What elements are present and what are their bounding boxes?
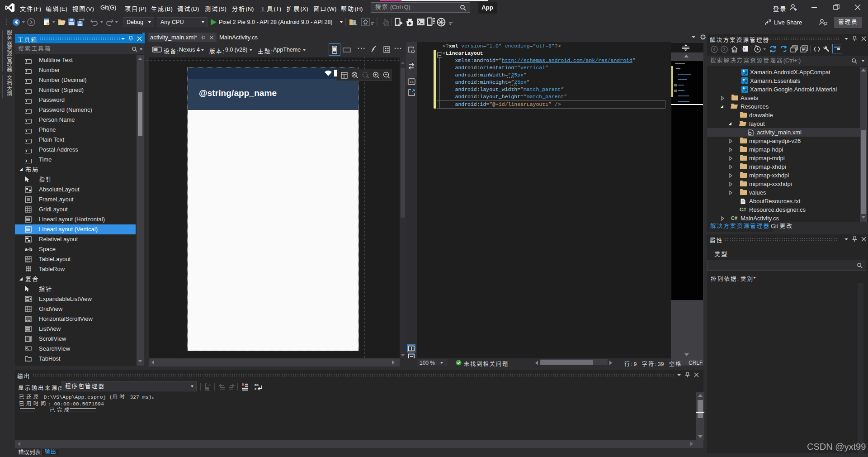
svg-text:c: c (255, 387, 256, 391)
svg-text:<>: <> (410, 80, 414, 84)
svg-text:ab: ab (255, 383, 259, 387)
